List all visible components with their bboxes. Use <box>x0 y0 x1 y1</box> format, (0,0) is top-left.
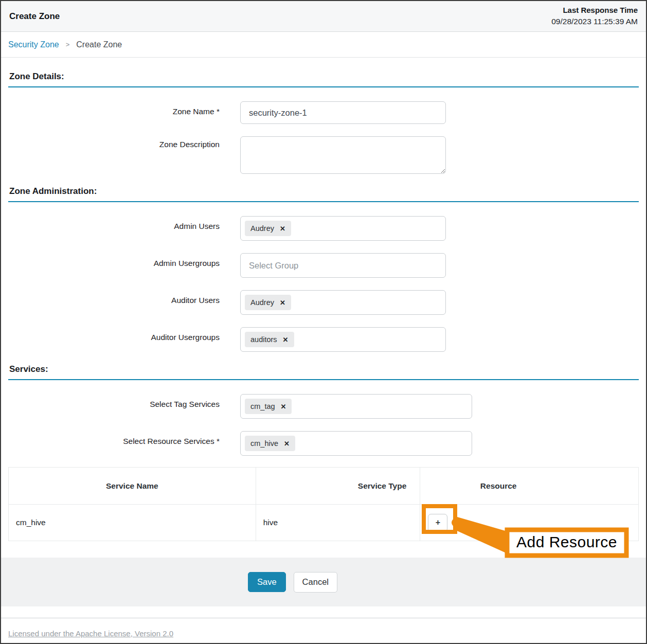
auditor-usergroups-label: Auditor Usergroups <box>8 327 220 342</box>
cell-resource: + <box>420 505 639 541</box>
table-row: cm_hive hive + <box>9 505 639 541</box>
breadcrumb-separator-icon: > <box>66 41 70 48</box>
save-button[interactable]: Save <box>248 572 286 592</box>
zone-description-row: Zone Description <box>8 136 639 174</box>
section-heading-zone-administration: Zone Administration: <box>8 186 639 202</box>
create-zone-page: Create Zone Last Response Time 09/28/202… <box>0 0 647 644</box>
auditor-users-row: Auditor Users Audrey ✕ <box>8 290 639 315</box>
breadcrumb-current: Create Zone <box>76 40 122 49</box>
last-response-label: Last Response Time <box>551 5 638 16</box>
chip-remove-icon[interactable]: ✕ <box>280 225 285 232</box>
admin-users-select[interactable]: Audrey ✕ <box>240 216 446 241</box>
admin-users-row: Admin Users Audrey ✕ <box>8 216 639 241</box>
actions-band: Save Cancel <box>1 558 646 606</box>
chip-remove-icon[interactable]: ✕ <box>281 403 286 410</box>
zone-name-row: Zone Name * <box>8 101 639 124</box>
chip-label: Audrey <box>250 224 274 232</box>
chip-remove-icon[interactable]: ✕ <box>283 336 289 343</box>
chip-remove-icon[interactable]: ✕ <box>284 440 290 447</box>
chip-remove-icon[interactable]: ✕ <box>280 299 285 306</box>
auditor-users-label: Auditor Users <box>8 290 220 305</box>
footer: Licensed under the Apache License, Versi… <box>1 618 646 638</box>
breadcrumb: Security Zone > Create Zone <box>1 32 646 58</box>
admin-usergroups-row: Admin Usergroups Select Group <box>8 253 639 278</box>
admin-users-label: Admin Users <box>8 216 220 231</box>
admin-usergroups-label: Admin Usergroups <box>8 253 220 268</box>
auditor-users-select[interactable]: Audrey ✕ <box>240 290 446 315</box>
chip-label: auditors <box>250 335 277 344</box>
cell-service-type: hive <box>256 505 420 541</box>
chip-admin-user: Audrey ✕ <box>245 221 291 236</box>
last-response-value: 09/28/2023 11:25:39 AM <box>551 16 638 27</box>
license-link[interactable]: Licensed under the Apache License, Versi… <box>8 629 173 638</box>
chip-auditor-usergroup: auditors ✕ <box>245 332 294 347</box>
page-title: Create Zone <box>9 11 60 22</box>
col-header-resource: Resource <box>420 468 639 505</box>
chip-label: cm_hive <box>250 439 278 448</box>
add-resource-button[interactable]: + <box>428 514 447 532</box>
auditor-usergroups-select[interactable]: auditors ✕ <box>240 327 446 352</box>
last-response-time: Last Response Time 09/28/2023 11:25:39 A… <box>551 1 638 31</box>
zone-description-input[interactable] <box>240 136 446 174</box>
col-header-service-name: Service Name <box>9 468 256 505</box>
auditor-usergroups-row: Auditor Usergroups auditors ✕ <box>8 327 639 352</box>
service-table: Service Name Service Type Resource cm_hi… <box>8 467 639 541</box>
cell-service-name: cm_hive <box>9 505 256 541</box>
chip-tag-service: cm_tag ✕ <box>245 399 292 414</box>
cancel-button[interactable]: Cancel <box>294 572 337 593</box>
section-heading-services: Services: <box>8 364 639 380</box>
zone-name-input[interactable] <box>240 101 446 124</box>
resource-services-row: Select Resource Services * cm_hive ✕ <box>8 431 639 456</box>
tag-services-label: Select Tag Services <box>8 394 220 409</box>
resource-services-label: Select Resource Services * <box>8 431 220 446</box>
section-heading-zone-details: Zone Details: <box>8 71 639 87</box>
chip-auditor-user: Audrey ✕ <box>245 295 291 310</box>
topbar: Create Zone Last Response Time 09/28/202… <box>1 1 646 32</box>
service-table-header-row: Service Name Service Type Resource <box>9 468 639 505</box>
admin-usergroups-select[interactable]: Select Group <box>240 253 446 278</box>
form-content: Zone Details: Zone Name * Zone Descripti… <box>1 71 646 541</box>
chip-label: Audrey <box>250 298 274 307</box>
zone-name-label: Zone Name * <box>8 101 220 116</box>
breadcrumb-link-security-zone[interactable]: Security Zone <box>8 40 59 49</box>
footer-gap <box>1 606 646 618</box>
chip-resource-service: cm_hive ✕ <box>245 436 295 451</box>
tag-services-select[interactable]: cm_tag ✕ <box>240 394 472 419</box>
resource-services-select[interactable]: cm_hive ✕ <box>240 431 472 456</box>
col-header-service-type: Service Type <box>256 468 420 505</box>
chip-label: cm_tag <box>250 402 275 410</box>
tag-services-row: Select Tag Services cm_tag ✕ <box>8 394 639 419</box>
zone-description-label: Zone Description <box>8 136 220 149</box>
admin-usergroups-placeholder: Select Group <box>245 261 298 271</box>
